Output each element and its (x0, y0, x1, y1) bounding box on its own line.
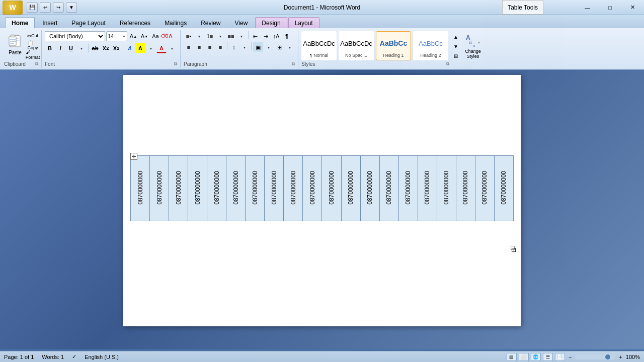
shading-arrow[interactable]: ▼ (264, 42, 274, 52)
strikethrough-button[interactable]: ab (90, 43, 100, 53)
zoom-plus-button[interactable]: + (617, 354, 623, 360)
italic-button[interactable]: I (55, 43, 65, 53)
styles-up-button[interactable]: ▲ (450, 32, 461, 41)
align-center-button[interactable]: ≡ (194, 42, 204, 52)
numbering-arrow[interactable]: ▼ (215, 31, 225, 41)
change-styles-button[interactable]: A a a ChangeStyles (461, 31, 485, 60)
table-cell[interactable]: 0870000000 (207, 156, 226, 221)
table-cell[interactable]: 0870000000 (456, 156, 475, 221)
font-size-combo[interactable]: ▼ (106, 31, 127, 41)
web-layout-button[interactable]: 🌐 (531, 353, 541, 361)
tab-page-layout[interactable]: Page Layout (65, 17, 112, 28)
sort-button[interactable]: ↕A (271, 31, 281, 41)
tab-mailings[interactable]: Mailings (158, 17, 193, 28)
format-painter-button[interactable]: 🖌 Format (27, 50, 38, 59)
full-screen-reading-button[interactable]: ⬜ (519, 353, 529, 361)
table-cell[interactable]: 0870000000 (265, 156, 284, 221)
table-cell[interactable]: 0870000000 (303, 156, 322, 221)
copy-button[interactable]: 📋 Copy (27, 41, 38, 50)
style-no-spacing[interactable]: AaBbCcDc No Spaci... (339, 31, 374, 60)
bullets-arrow[interactable]: ▼ (194, 31, 204, 41)
print-layout-button[interactable]: ▤ (507, 353, 517, 361)
paste-button[interactable]: Paste (4, 31, 26, 57)
clipboard-expand[interactable]: ⧉ (35, 61, 38, 67)
styles-more-button[interactable]: ⊞ (450, 51, 461, 60)
outline-button[interactable]: ☰ (543, 353, 553, 361)
styles-down-button[interactable]: ▼ (450, 42, 461, 51)
highlight-color-button[interactable]: A (135, 43, 145, 53)
document-container[interactable]: ✛ 08700000000870000000087000000008700000… (0, 70, 644, 349)
style-heading2[interactable]: AaBbCc Heading 2 (413, 31, 448, 60)
table-cell[interactable]: 0870000000 (322, 156, 341, 221)
maximize-button[interactable]: □ (599, 0, 621, 15)
multilevel-arrow[interactable]: ▼ (236, 31, 247, 41)
style-heading1[interactable]: AaBbCc Heading 1 (376, 31, 411, 60)
superscript-button[interactable]: X2 (111, 43, 121, 53)
subscript-button[interactable]: X2 (101, 43, 111, 53)
font-size-input[interactable] (108, 33, 122, 39)
style-normal[interactable]: AaBbCcDc ¶ Normal (301, 31, 337, 60)
table-move-handle[interactable]: ✛ (130, 153, 137, 160)
cut-button[interactable]: ✂ Cut (27, 31, 38, 40)
bullets-button[interactable]: ≡• (184, 31, 194, 41)
zoom-minus-button[interactable]: − (567, 354, 573, 360)
align-right-button[interactable]: ≡ (205, 42, 215, 52)
highlight-arrow[interactable]: ▼ (146, 43, 156, 53)
tab-layout[interactable]: Layout (288, 17, 319, 28)
borders-button[interactable]: ⊞ (274, 42, 284, 52)
undo-button[interactable]: ↩ (40, 3, 51, 13)
table-cell[interactable]: 0870000000 (169, 156, 188, 221)
decrease-font-button[interactable]: A▼ (139, 31, 149, 41)
show-formatting-button[interactable]: ¶ (282, 31, 292, 41)
tab-view[interactable]: View (228, 17, 255, 28)
document-page[interactable]: ✛ 08700000000870000000087000000008700000… (123, 75, 521, 326)
table-cell[interactable]: 0870000000 (418, 156, 437, 221)
office-button[interactable]: W (3, 1, 23, 15)
table-cell[interactable]: 0870000000 (150, 156, 169, 221)
underline-arrow[interactable]: ▼ (76, 43, 87, 53)
borders-arrow[interactable]: ▼ (285, 42, 295, 52)
zoom-slider[interactable] (575, 354, 615, 359)
text-effects-button[interactable]: A (125, 43, 135, 53)
numbering-button[interactable]: 1≡ (205, 31, 215, 41)
tab-review[interactable]: Review (194, 17, 227, 28)
table-cell[interactable]: 0870000000 (131, 156, 150, 221)
save-button[interactable]: 💾 (27, 3, 38, 13)
tab-references[interactable]: References (113, 17, 157, 28)
underline-button[interactable]: U (66, 43, 76, 53)
redo-button[interactable]: ↪ (53, 3, 64, 13)
table-cell[interactable]: 0870000000 (379, 156, 398, 221)
table-cell[interactable]: 0870000000 (398, 156, 418, 221)
table-cell[interactable]: 0870000000 (494, 156, 513, 221)
customize-qat-button[interactable]: ▼ (66, 3, 77, 13)
table-cell[interactable]: 0870000000 (284, 156, 303, 221)
font-color-arrow[interactable]: ▼ (167, 43, 177, 53)
increase-indent-button[interactable]: ⇥ (261, 31, 271, 41)
clear-formatting-button[interactable]: ⌫A (162, 31, 172, 41)
shading-button[interactable]: ▣ (253, 42, 263, 52)
decrease-indent-button[interactable]: ⇤ (250, 31, 260, 41)
line-spacing-arrow[interactable]: ▼ (239, 42, 250, 52)
table-cell[interactable]: 0870000000 (341, 156, 360, 221)
tab-home[interactable]: Home (5, 17, 35, 28)
table-resize-handle[interactable]: ⊡ (511, 246, 515, 250)
table-cell[interactable]: 0870000000 (360, 156, 379, 221)
minimize-button[interactable]: — (576, 0, 599, 15)
increase-font-button[interactable]: A▲ (128, 31, 138, 41)
multilevel-button[interactable]: ≡≡ (226, 31, 236, 41)
spell-check-icon[interactable]: ✓ (72, 353, 76, 360)
table-cell[interactable]: 0870000000 (226, 156, 246, 221)
draft-button[interactable]: 📄 (555, 353, 565, 361)
table-cell[interactable]: 0870000000 (246, 156, 265, 221)
close-button[interactable]: ✕ (621, 0, 644, 15)
tab-insert[interactable]: Insert (36, 17, 64, 28)
line-spacing-button[interactable]: ↕ (229, 42, 239, 52)
table-cell[interactable]: 0870000000 (475, 156, 494, 221)
font-expand[interactable]: ⧉ (174, 61, 177, 67)
word-table[interactable]: 0870000000087000000008700000000870000000… (130, 155, 514, 221)
styles-expand[interactable]: ⧉ (446, 61, 449, 67)
paragraph-expand[interactable]: ⧉ (292, 61, 295, 67)
table-cell[interactable]: 0870000000 (437, 156, 456, 221)
justify-button[interactable]: ≡ (215, 42, 225, 52)
align-left-button[interactable]: ≡ (184, 42, 194, 52)
